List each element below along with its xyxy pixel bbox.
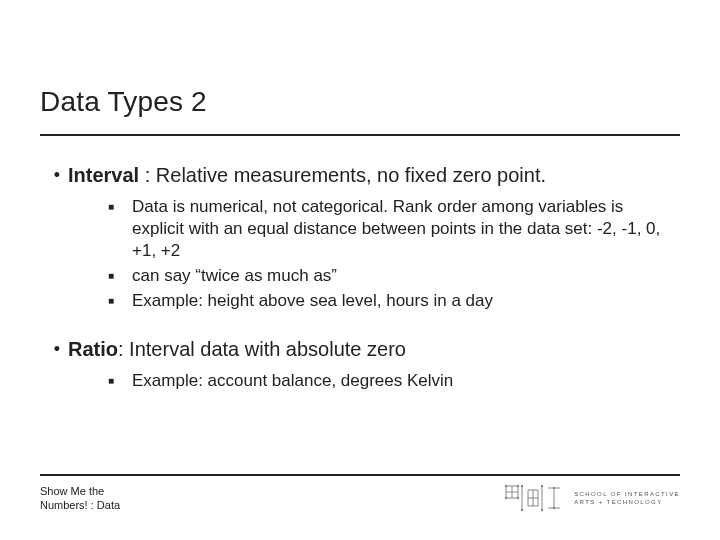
svg-point-5 [521, 509, 523, 511]
term-label: Ratio [68, 338, 118, 360]
svg-point-0 [505, 485, 507, 487]
list-item-interval: • Interval : Relative measurements, no f… [46, 162, 680, 188]
title-rule [40, 134, 680, 136]
footer-left-text: Show Me the Numbers! : Data [40, 484, 150, 512]
sublist-item: ■ Data is numerical, not categorical. Ra… [108, 196, 680, 262]
siat-logo-icon [504, 484, 564, 512]
list-item-text: Ratio: Interval data with absolute zero [68, 336, 406, 362]
footer-rule [40, 474, 680, 476]
footer-org: SCHOOL OF INTERACTIVE ARTS + TECHNOLOGY [574, 490, 680, 506]
svg-point-3 [517, 497, 519, 499]
square-bullet-icon: ■ [108, 196, 132, 262]
sublist-text: Data is numerical, not categorical. Rank… [132, 196, 680, 262]
square-bullet-icon: ■ [108, 370, 132, 392]
term-desc: : Relative measurements, no fixed zero p… [139, 164, 546, 186]
footer-right: SCHOOL OF INTERACTIVE ARTS + TECHNOLOGY [504, 484, 680, 512]
svg-point-2 [505, 497, 507, 499]
square-bullet-icon: ■ [108, 290, 132, 312]
svg-point-9 [553, 507, 555, 509]
sublist-text: can say “twice as much as” [132, 265, 337, 287]
sublist-item: ■ Example: account balance, degrees Kelv… [108, 370, 680, 392]
svg-point-4 [521, 485, 523, 487]
sublist-text: Example: account balance, degrees Kelvin [132, 370, 453, 392]
sublist-interval: ■ Data is numerical, not categorical. Ra… [108, 196, 680, 312]
svg-point-1 [517, 485, 519, 487]
sublist-item: ■ can say “twice as much as” [108, 265, 680, 287]
term-label: Interval [68, 164, 139, 186]
slide: Data Types 2 • Interval : Relative measu… [0, 0, 720, 540]
footer-row: Show Me the Numbers! : Data [40, 484, 680, 512]
square-bullet-icon: ■ [108, 265, 132, 287]
footer-org-line1: SCHOOL OF INTERACTIVE [574, 490, 680, 498]
sublist-ratio: ■ Example: account balance, degrees Kelv… [108, 370, 680, 392]
bullet-icon: • [46, 336, 68, 362]
svg-point-6 [541, 485, 543, 487]
list-item-text: Interval : Relative measurements, no fix… [68, 162, 546, 188]
svg-point-7 [541, 509, 543, 511]
content-area: • Interval : Relative measurements, no f… [40, 162, 680, 392]
sublist-text: Example: height above sea level, hours i… [132, 290, 493, 312]
slide-title: Data Types 2 [40, 86, 680, 118]
footer-org-line2: ARTS + TECHNOLOGY [574, 498, 680, 506]
list-item-ratio: • Ratio: Interval data with absolute zer… [46, 336, 680, 362]
sublist-item: ■ Example: height above sea level, hours… [108, 290, 680, 312]
bullet-icon: • [46, 162, 68, 188]
footer: Show Me the Numbers! : Data [40, 474, 680, 512]
svg-point-8 [553, 487, 555, 489]
term-desc: : Interval data with absolute zero [118, 338, 406, 360]
